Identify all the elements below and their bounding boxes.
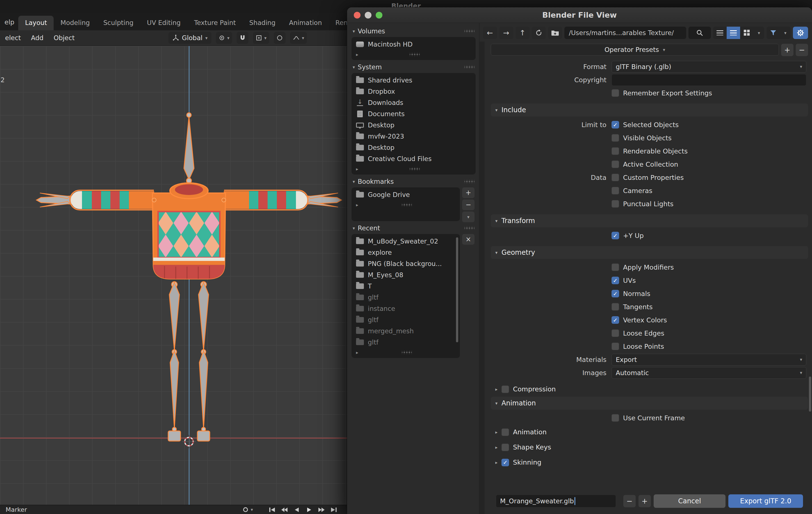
recent-item[interactable]: gltf bbox=[351, 314, 460, 326]
format-dropdown[interactable]: glTF Binary (.glb)▾ bbox=[611, 61, 806, 73]
snap-toggle-button[interactable] bbox=[237, 32, 249, 44]
recent-item[interactable]: gltf bbox=[351, 337, 460, 348]
tab-texture-paint[interactable]: Texture Paint bbox=[187, 16, 242, 30]
menu-object[interactable]: Object bbox=[49, 34, 80, 41]
recent-item[interactable]: T bbox=[351, 280, 460, 292]
expand-icon[interactable]: ▸ bbox=[356, 167, 358, 172]
visible-objects-checkbox[interactable] bbox=[611, 134, 619, 142]
transform-section-header[interactable]: ▾ Transform bbox=[491, 214, 808, 227]
punctual-lights-checkbox[interactable] bbox=[611, 200, 619, 208]
menu-select-partial[interactable]: elect bbox=[0, 34, 26, 41]
display-horizontal-list-button[interactable] bbox=[727, 27, 740, 39]
expand-icon[interactable]: ▸ bbox=[356, 202, 358, 208]
proportional-editing-toggle[interactable] bbox=[274, 32, 286, 44]
loose-edges-checkbox[interactable] bbox=[611, 329, 619, 337]
expand-icon[interactable]: ▸ bbox=[356, 350, 358, 355]
path-field[interactable]: /Users/martins...arables Texture/ bbox=[564, 27, 686, 39]
filter-options-dropdown[interactable]: ▾ bbox=[780, 27, 791, 39]
filename-input[interactable]: M_Orange_Sweater.glb bbox=[496, 495, 616, 508]
use-current-frame-checkbox[interactable] bbox=[611, 414, 619, 422]
operator-presets-dropdown[interactable]: Operator Presets ▾ bbox=[491, 44, 779, 56]
operator-settings-button[interactable] bbox=[793, 27, 808, 39]
animation-section-header[interactable]: ▾ Animation bbox=[491, 397, 808, 410]
shape-keys-checkbox[interactable] bbox=[501, 444, 509, 451]
search-button[interactable] bbox=[689, 27, 711, 39]
auto-keying-button[interactable]: ▾ bbox=[243, 507, 253, 512]
materials-dropdown[interactable]: Export▾ bbox=[611, 354, 806, 366]
renderable-objects-checkbox[interactable] bbox=[611, 147, 619, 155]
close-window-button[interactable] bbox=[354, 12, 360, 19]
grip-handle[interactable] bbox=[402, 203, 412, 207]
add-bookmark-button[interactable]: + bbox=[462, 187, 474, 198]
custom-properties-checkbox[interactable] bbox=[611, 174, 619, 181]
create-directory-button[interactable] bbox=[548, 27, 562, 39]
sidebar-item-mvfw-2023[interactable]: mvfw-2023 bbox=[351, 131, 475, 142]
next-keyframe-button[interactable] bbox=[317, 506, 326, 514]
copyright-input[interactable] bbox=[611, 74, 806, 86]
increment-filename-button[interactable]: + bbox=[638, 495, 651, 507]
selected-objects-checkbox[interactable] bbox=[611, 121, 619, 128]
previous-keyframe-button[interactable] bbox=[280, 506, 289, 514]
grip-handle[interactable] bbox=[410, 167, 420, 171]
decrement-filename-button[interactable]: − bbox=[623, 495, 636, 507]
compression-section-header[interactable]: ▸ Compression bbox=[491, 383, 808, 396]
grip-handle[interactable] bbox=[410, 53, 420, 56]
tab-modeling[interactable]: Modeling bbox=[54, 16, 96, 30]
character-model[interactable] bbox=[28, 107, 351, 455]
menu-help-partial[interactable]: elp bbox=[4, 19, 18, 30]
sidebar-item-creative-cloud-files[interactable]: Creative Cloud Files bbox=[351, 153, 475, 164]
tangents-checkbox[interactable] bbox=[611, 303, 619, 310]
volumes-section-header[interactable]: ▾ Volumes bbox=[351, 25, 475, 37]
recent-scrollbar[interactable] bbox=[456, 237, 458, 342]
transform-orientation-dropdown[interactable]: Global ▾ bbox=[169, 32, 211, 44]
remove-preset-button[interactable]: − bbox=[796, 44, 808, 56]
export-gltf-button[interactable]: Export glTF 2.0 bbox=[728, 494, 803, 508]
snap-target-dropdown[interactable]: ▾ bbox=[253, 32, 269, 44]
apply-modifiers-checkbox[interactable] bbox=[611, 264, 619, 271]
grip-handle[interactable] bbox=[464, 65, 474, 69]
sidebar-item-dropbox[interactable]: Dropbox bbox=[351, 86, 475, 97]
forward-button[interactable]: → bbox=[499, 27, 513, 39]
sidebar-item-google-drive[interactable]: Google Drive bbox=[351, 189, 460, 200]
sidebar-item-downloads[interactable]: ↓Downloads bbox=[351, 97, 475, 108]
display-vertical-list-button[interactable] bbox=[713, 27, 727, 39]
grip-handle[interactable] bbox=[464, 29, 474, 33]
display-settings-dropdown[interactable]: ▾ bbox=[754, 27, 764, 39]
grip-handle[interactable] bbox=[464, 226, 474, 230]
jump-to-start-button[interactable] bbox=[267, 506, 277, 514]
display-thumbnails-button[interactable] bbox=[740, 27, 754, 39]
uvs-checkbox[interactable] bbox=[611, 277, 619, 284]
recent-item[interactable]: gltf bbox=[351, 292, 460, 303]
shape-keys-section-header[interactable]: ▸ Shape Keys bbox=[491, 441, 808, 454]
grip-handle[interactable] bbox=[464, 180, 474, 183]
play-button[interactable] bbox=[304, 506, 314, 514]
proportional-falloff-dropdown[interactable]: ▾ bbox=[290, 32, 307, 44]
recent-item[interactable]: M_uBody_Sweater_02 bbox=[351, 236, 460, 247]
images-dropdown[interactable]: Automatic▾ bbox=[611, 367, 806, 379]
recent-item[interactable]: M_Eyes_08 bbox=[351, 269, 460, 280]
geometry-section-header[interactable]: ▾ Geometry bbox=[491, 246, 808, 259]
clear-recent-button[interactable]: × bbox=[462, 234, 474, 245]
skinning-section-header[interactable]: ▸ Skinning bbox=[491, 456, 808, 469]
options-scrollbar[interactable] bbox=[809, 376, 811, 412]
recent-section-header[interactable]: ▾ Recent bbox=[351, 222, 475, 234]
include-section-header[interactable]: ▾ Include bbox=[491, 103, 808, 116]
sidebar-item-documents[interactable]: Documents bbox=[351, 108, 475, 120]
bookmark-options-button[interactable]: ▾ bbox=[462, 212, 474, 222]
vertex-colors-checkbox[interactable] bbox=[611, 316, 619, 324]
parent-directory-button[interactable]: ↑ bbox=[516, 27, 529, 39]
expand-icon[interactable]: ▸ bbox=[356, 52, 358, 57]
tab-sculpting[interactable]: Sculpting bbox=[96, 16, 140, 30]
y-up-checkbox[interactable] bbox=[611, 232, 619, 239]
sidebar-item-desktop[interactable]: Desktop bbox=[351, 120, 475, 131]
tab-layout[interactable]: Layout bbox=[18, 16, 54, 30]
skinning-checkbox[interactable] bbox=[501, 459, 509, 466]
recent-item[interactable]: PNG (Black backgrou... bbox=[351, 258, 460, 269]
system-section-header[interactable]: ▾ System bbox=[351, 61, 475, 73]
tab-uv-editing[interactable]: UV Editing bbox=[140, 16, 187, 30]
menu-add[interactable]: Add bbox=[26, 34, 49, 41]
remember-export-settings-checkbox[interactable] bbox=[611, 89, 619, 97]
normals-checkbox[interactable] bbox=[611, 290, 619, 297]
tab-animation[interactable]: Animation bbox=[282, 16, 328, 30]
compression-checkbox[interactable] bbox=[501, 386, 509, 393]
